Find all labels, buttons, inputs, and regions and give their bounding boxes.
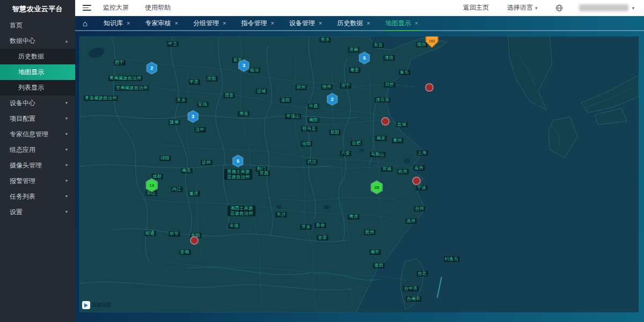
map-city-label: 湘西土家族苗族自治州 (228, 206, 255, 216)
map-city-label: 济南 (348, 47, 360, 53)
map-city-label: 西安 (224, 93, 235, 98)
collapse-menu-icon[interactable] (83, 5, 91, 11)
map-city-label: 泰安 (349, 68, 361, 73)
map-city-label: 台州 (414, 206, 425, 211)
map-city-label: 烟台 (416, 42, 427, 47)
home-tab-icon[interactable]: ⌂ (83, 19, 87, 27)
sidebar-item-data-center[interactable]: 数据中心 ▲ (0, 33, 75, 49)
map-city-label: 吉安 (317, 235, 328, 240)
tab-map-display[interactable]: 地图显示 × (384, 16, 419, 30)
sidebar-item-label: 设备中心 (10, 99, 35, 108)
sidebar-item-label: 数据中心 (10, 36, 35, 46)
tab-device-management[interactable]: 设备管理 × (288, 16, 323, 30)
tab-bar: ⌂ 知识库 × 专家审核 × 分组管理 × 指令管理 × 设备管理 × (75, 16, 644, 31)
sidebar-item-label: 首页 (10, 21, 23, 30)
sidebar-item-device-center[interactable]: 设备中心 ▼ (0, 96, 75, 111)
map-city-label: 驻马店 (301, 126, 317, 131)
sidebar-item-history-data[interactable]: 历史数据 (0, 49, 75, 64)
sidebar-item-label: 列表显示 (18, 83, 44, 92)
map-city-label: 成都 (151, 174, 163, 179)
user-menu[interactable]: ▾ (579, 4, 634, 11)
sidebar-item-camera-management[interactable]: 摄像头管理 ▼ (0, 158, 75, 173)
sidebar-item-label: 任务列表 (10, 192, 35, 201)
topbar-monitor-screen-link[interactable]: 监控大屏 (103, 3, 129, 12)
sidebar-item-home[interactable]: 首页 (0, 18, 75, 33)
map-city-label: 长沙 (276, 212, 287, 217)
topbar-language-select[interactable]: 选择语言 ▾ (507, 3, 538, 12)
globe-icon[interactable] (555, 4, 563, 12)
sidebar-submenu-data-center: 历史数据 地图显示 列表显示 (0, 49, 75, 96)
close-icon[interactable]: × (415, 20, 418, 26)
map-city-label: 南充 (181, 168, 192, 173)
tab-command-management[interactable]: 指令管理 × (240, 16, 275, 30)
map-city-label: 抚州 (364, 230, 375, 235)
main-area: 监控大屏 使用帮助 返回主页 选择语言 ▾ ▾ ⌂ 知识库 (75, 0, 644, 322)
sidebar-item-settings[interactable]: 设置 ▼ (0, 204, 75, 220)
sidebar-item-label: 专家信息管理 (10, 130, 48, 139)
sidebar-item-label: 摄像头管理 (10, 161, 42, 170)
chevron-down-icon: ▼ (64, 210, 69, 214)
map-city-label: 甘南藏族自治州 (115, 85, 149, 91)
chevron-down-icon: ▼ (64, 195, 69, 199)
chevron-down-icon: ▼ (64, 101, 69, 105)
map-city-label: 阜阳 (330, 130, 341, 135)
map-city-label: 汉中 (194, 127, 206, 133)
close-icon[interactable]: × (270, 20, 274, 26)
map-canvas[interactable]: 西宁黄南藏族自治州甘南藏族自治州果洛藏族自治州中卫延安临汾运城庆阳平凉天水宝鸡西… (79, 36, 639, 312)
map-city-label: 南京 (375, 136, 386, 141)
map-city-label: 杭州 (397, 169, 408, 174)
map-city-label: 中卫 (167, 41, 178, 47)
close-icon[interactable]: × (175, 20, 178, 26)
tab-history-data[interactable]: 历史数据 × (336, 16, 371, 30)
sidebar-item-list-display[interactable]: 列表显示 (0, 80, 75, 96)
map-attribution: 高德地图 (82, 301, 111, 309)
map-city-label: 连云港 (375, 97, 391, 103)
map-city-label: 毕节 (169, 231, 180, 237)
map-city-label: 常德 (229, 223, 240, 229)
map-city-label: 泰州 (392, 138, 403, 143)
close-icon[interactable]: × (319, 20, 322, 26)
map-marker-point-red[interactable] (412, 177, 421, 185)
sidebar-item-task-list[interactable]: 任务列表 ▼ (0, 189, 75, 204)
map-marker-point-red[interactable] (425, 83, 434, 92)
tab-expert-review[interactable]: 专家审核 × (144, 16, 179, 30)
tab-knowledge-base[interactable]: 知识库 × (103, 16, 131, 30)
marker-count: 5 (363, 55, 365, 61)
close-icon[interactable]: × (127, 20, 130, 26)
map-city-label: 果洛藏族自治州 (84, 96, 118, 101)
map-city-label: 台中市 (403, 286, 419, 291)
sidebar-item-configuration-app[interactable]: 组态应用 ▼ (0, 142, 75, 158)
map-marker-point-red[interactable] (190, 236, 199, 245)
map-city-label: 莆田 (373, 263, 384, 268)
map-city-label: 盐城 (396, 122, 407, 127)
map-marker-point-red[interactable] (381, 117, 390, 126)
chevron-down-icon: ▼ (64, 117, 69, 121)
tab-group-management[interactable]: 分组管理 × (192, 16, 227, 30)
topbar-back-home-link[interactable]: 返回主页 (463, 3, 489, 12)
content-area: 西宁黄南藏族自治州甘南藏族自治州果洛藏族自治州中卫延安临汾运城庆阳平凉天水宝鸡西… (75, 31, 644, 322)
map-city-label: 六安 (340, 151, 352, 156)
map-city-label: 济宁 (340, 83, 352, 89)
map-city-label: 黄南藏族自治州 (108, 76, 143, 81)
close-icon[interactable]: × (223, 20, 226, 26)
sidebar-item-label: 地图显示 (18, 68, 44, 77)
sidebar-item-expert-info-management[interactable]: 专家信息管理 ▼ (0, 127, 75, 142)
sidebar-item-map-display[interactable]: 地图显示 (0, 64, 75, 80)
chevron-down-icon: ▾ (535, 5, 538, 11)
map-city-label: 南平 (369, 250, 380, 255)
close-icon[interactable]: × (367, 20, 370, 26)
sidebar-item-project-config[interactable]: 项目配置 ▼ (0, 111, 75, 127)
topbar-help-link[interactable]: 使用帮助 (145, 3, 171, 12)
map-city-label: 温州 (405, 218, 416, 224)
topbar-right: 返回主页 选择语言 ▾ ▾ (445, 3, 634, 12)
map-city-label: 宁波 (416, 185, 427, 191)
map-city-label: 合肥 (351, 141, 362, 146)
map-city-label: 内江 (171, 187, 182, 192)
sidebar-item-label: 报警管理 (10, 177, 35, 186)
sidebar-item-label: 项目配置 (10, 114, 35, 123)
map-city-label: 信阳 (301, 141, 312, 147)
map-city-label: 徐州 (321, 84, 333, 90)
marker-count: 13 (149, 183, 154, 188)
sidebar-item-alarm-management[interactable]: 报警管理 ▼ (0, 173, 75, 189)
map-city-label: 许昌 (308, 104, 319, 109)
